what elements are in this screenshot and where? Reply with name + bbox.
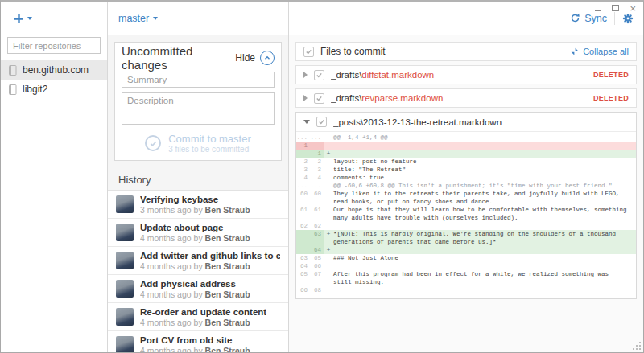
diff-line: 63 + *[NOTE: This is hardly original. We…: [296, 230, 636, 246]
commit-history-item[interactable]: Port CV from old site 4 months ago by Be…: [108, 331, 288, 352]
hide-changes-button[interactable]: Hide: [235, 51, 275, 65]
file-checkbox[interactable]: [316, 117, 327, 127]
plus-icon: [14, 14, 24, 24]
diff-new-line-number: 64: [310, 246, 324, 254]
select-all-files-checkbox[interactable]: [303, 47, 314, 57]
changed-file-row[interactable]: _posts\2013-12-13-the-retreat.markdown: [296, 113, 636, 131]
diff-old-line-number: [296, 150, 310, 158]
repo-icon: [8, 65, 17, 76]
commit-author: Ben Straub: [205, 261, 250, 271]
settings-button[interactable]: [622, 13, 634, 24]
commit-history-list: Verifying keybase 3 months ago by Ben St…: [108, 190, 288, 352]
diff-text: @@ -60,6 +60,8 @@ This isn't a punishmen…: [333, 182, 630, 190]
commit-history-item[interactable]: Verifying keybase 3 months ago by Ben St…: [108, 191, 288, 219]
commit-summary-input[interactable]: [122, 72, 275, 88]
check-icon: [316, 95, 323, 102]
changed-file-row[interactable]: _drafts\diffstat.markdown DELETED: [295, 65, 637, 84]
diff-old-line-number: 63: [296, 254, 310, 262]
diff-new-line-number: 68: [310, 286, 324, 294]
diff-marker: [324, 133, 333, 142]
commit-title: Re-order and update content: [140, 307, 266, 317]
diff-line: 66 68: [296, 286, 636, 294]
diff-line: 60 60 They liken it to the retreats thei…: [296, 190, 636, 206]
file-status-badge: DELETED: [593, 94, 629, 102]
diff-panel: Sync: [289, 2, 643, 352]
check-icon: [316, 72, 323, 79]
commit-history-item[interactable]: Add physical address 4 months ago by Ben…: [108, 275, 288, 303]
diff-old-line-number: ...: [296, 133, 310, 142]
diff-text: @@ -1,4 +1,4 @@: [333, 133, 630, 142]
filter-repositories-input[interactable]: [7, 37, 101, 54]
check-icon: [305, 48, 312, 55]
diff-marker: +: [324, 246, 333, 254]
commit-history-item[interactable]: Re-order and update content 4 months ago…: [108, 303, 288, 331]
diff-old-line-number: [296, 230, 310, 246]
commit-title: Port CV from old site: [140, 335, 250, 345]
chevron-down-icon: [153, 17, 158, 20]
diff-marker: [324, 190, 333, 206]
expand-file-icon[interactable]: [303, 95, 308, 101]
diff-old-line-number: 64: [296, 262, 310, 270]
diff-marker: -: [324, 142, 333, 150]
commit-title: Add physical address: [140, 279, 250, 289]
diff-line: 64 +: [296, 246, 636, 254]
add-repository-button[interactable]: [14, 14, 32, 24]
diff-marker: [324, 286, 333, 294]
diff-old-line-number: 4: [296, 174, 310, 182]
files-to-commit-header: Files to commit Collapse all: [295, 42, 637, 61]
diff-old-line-number: 65: [296, 270, 310, 286]
commit-history-item[interactable]: Add twitter and github links to cv 4 mon…: [108, 247, 288, 275]
diff-new-line-number: 4: [310, 174, 324, 182]
repository-list-item[interactable]: libgit2: [1, 80, 107, 99]
diff-marker: [324, 270, 333, 286]
repository-list-item[interactable]: ben.github.com: [1, 60, 107, 80]
diff-line: ... ... @@ -60,6 +60,8 @@ This isn't a p…: [296, 182, 636, 190]
uncommitted-changes-card: Uncommitted changes Hide: [114, 42, 282, 161]
diff-line: 2 2 layout: post-no-feature: [296, 158, 636, 166]
repository-name: libgit2: [23, 84, 47, 95]
diff-old-line-number: 2: [296, 158, 310, 166]
diff-new-line-number: 63: [310, 230, 324, 246]
hide-label: Hide: [235, 52, 255, 64]
files-to-commit-label: Files to commit: [320, 46, 564, 57]
diff-new-line-number: 66: [310, 262, 324, 270]
collapse-file-icon[interactable]: [303, 120, 310, 124]
commit-button[interactable]: Commit to master 3 files to be committed: [122, 133, 275, 154]
diff-text: [333, 262, 630, 270]
diff-text: Our hope is that they will learn how to …: [333, 206, 630, 222]
diff-old-line-number: 62: [296, 222, 310, 230]
diff-line: 61 61 Our hope is that they will learn h…: [296, 206, 636, 222]
commit-history-item[interactable]: Update about page 4 months ago by Ben St…: [108, 219, 288, 247]
commit-author: Ben Straub: [205, 318, 250, 327]
expand-file-icon[interactable]: [303, 72, 308, 78]
sync-button[interactable]: Sync: [570, 13, 607, 24]
diff-old-line-number: 1: [296, 142, 310, 150]
diff-new-line-number: [310, 142, 324, 150]
commit-title: Verifying keybase: [140, 195, 250, 204]
commit-author: Ben Straub: [205, 205, 250, 215]
commit-description-input[interactable]: [122, 92, 275, 125]
minimize-icon[interactable]: [595, 10, 601, 11]
diff-new-line-number: 60: [310, 190, 324, 206]
diff-old-line-number: [296, 246, 310, 254]
app-window: × ben.github.com: [0, 0, 644, 353]
changed-file-row[interactable]: _drafts\revparse.markdown DELETED: [295, 88, 637, 108]
collapse-all-button[interactable]: Collapse all: [571, 47, 629, 56]
file-checkbox[interactable]: [314, 70, 324, 80]
repo-icon: [8, 84, 17, 95]
commit-meta: 4 months ago by Ben Straub: [140, 346, 250, 353]
diff-text: comments: true: [333, 174, 630, 182]
diff-view: ... ... @@ -1,4 +1,4 @@ 1 - ---: [296, 131, 636, 298]
resize-grip[interactable]: [639, 348, 641, 350]
diff-text: They liken it to the retreats their pare…: [333, 190, 630, 206]
diff-line: 3 3 title: "The Retreat": [296, 166, 636, 174]
diff-marker: [324, 222, 333, 230]
file-checkbox[interactable]: [314, 93, 324, 104]
diff-text: title: "The Retreat": [333, 166, 630, 174]
file-path: _drafts\diffstat.markdown: [331, 70, 587, 80]
close-icon[interactable]: ×: [630, 5, 636, 12]
diff-marker: +: [324, 230, 333, 246]
maximize-icon[interactable]: [612, 5, 619, 11]
diff-line: 1 - ---: [296, 142, 636, 150]
branch-selector-button[interactable]: master: [118, 13, 158, 24]
